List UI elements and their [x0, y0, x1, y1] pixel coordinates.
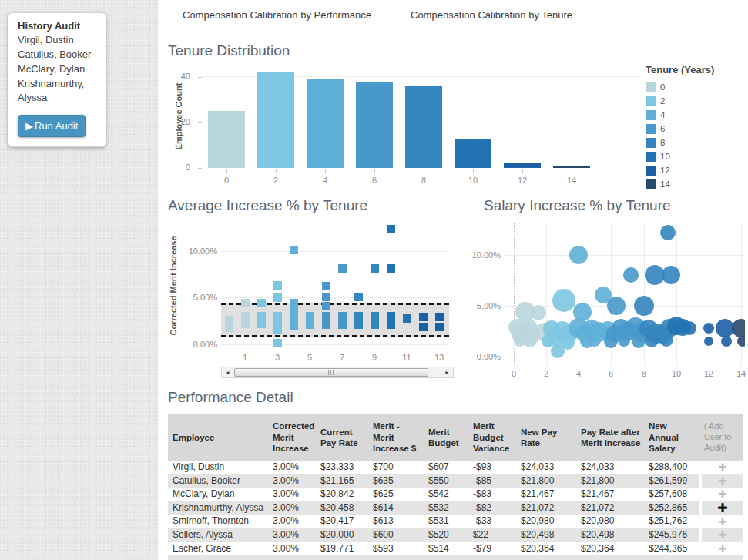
bubble-mark[interactable]	[634, 296, 654, 316]
bubble-mark[interactable]	[721, 336, 732, 347]
table-row[interactable]: Sellers, Alyssa3.00%$20,000$600$520$22$2…	[168, 528, 743, 542]
run-audit-button[interactable]: ▶Run Audit	[18, 115, 86, 137]
square-mark[interactable]	[273, 326, 282, 334]
add-to-audit-button[interactable]: ✚	[699, 488, 743, 501]
square-mark[interactable]	[290, 321, 298, 330]
bubble-mark[interactable]	[660, 225, 676, 240]
square-mark[interactable]	[371, 312, 379, 320]
add-to-audit-button[interactable]: ✚	[699, 501, 743, 515]
legend-item-12[interactable]: 12	[646, 163, 714, 177]
square-mark[interactable]	[354, 293, 363, 301]
square-mark[interactable]	[435, 313, 444, 321]
scroll-right-icon[interactable]: ►	[441, 367, 453, 377]
square-mark[interactable]	[322, 293, 330, 301]
add-to-audit-button[interactable]: ✚	[699, 515, 743, 528]
square-mark[interactable]	[322, 312, 330, 320]
square-mark[interactable]	[306, 312, 314, 320]
table-row[interactable]: Smirnoff, Thornton3.00%$20,417$613$531-$…	[168, 515, 743, 528]
bubble-mark[interactable]	[524, 335, 536, 347]
table-cell: $514	[424, 542, 468, 556]
add-to-audit-button[interactable]: ✚	[699, 461, 743, 474]
table-cell: $20,364	[576, 542, 644, 556]
legend-item-10[interactable]: 10	[646, 149, 714, 163]
table-row[interactable]: Krishnamurthy, Alyssa3.00%$20,458$614$53…	[168, 501, 743, 515]
scrollbar-thumb[interactable]	[234, 368, 428, 377]
square-mark[interactable]	[322, 302, 330, 310]
legend-item-6[interactable]: 6	[646, 122, 714, 136]
bubble-mark[interactable]	[569, 246, 588, 264]
square-mark[interactable]	[354, 320, 363, 329]
add-to-audit-button[interactable]: ✚	[699, 528, 743, 542]
square-mark[interactable]	[338, 264, 347, 273]
square-mark[interactable]	[322, 282, 330, 290]
square-mark[interactable]	[290, 313, 298, 321]
square-mark[interactable]	[225, 324, 233, 332]
bar-tenure-12[interactable]	[504, 163, 541, 168]
square-mark[interactable]	[338, 312, 347, 320]
tab-compensation-by-performance[interactable]: Compensation Calibration by Performance	[183, 9, 371, 21]
square-mark[interactable]	[403, 314, 411, 323]
table-row[interactable]: Catullus, Booker3.00%$21,165$635$550-$85…	[168, 474, 743, 488]
bubble-mark[interactable]	[703, 323, 714, 334]
bubble-mark[interactable]	[737, 336, 745, 347]
square-mark[interactable]	[338, 320, 347, 329]
bubble-mark[interactable]	[604, 334, 618, 348]
square-mark[interactable]	[371, 320, 379, 329]
bubble-mark[interactable]	[552, 289, 575, 312]
legend-item-8[interactable]: 8	[646, 136, 714, 149]
legend-item-4[interactable]: 4	[646, 108, 714, 122]
square-mark[interactable]	[257, 320, 266, 328]
bar-tenure-8[interactable]	[405, 86, 442, 168]
bubble-mark[interactable]	[683, 321, 696, 335]
square-mark[interactable]	[387, 320, 395, 329]
add-to-audit-button[interactable]: ✚	[699, 474, 743, 488]
horizontal-scrollbar[interactable]: ◄ ►	[221, 367, 454, 378]
bubble-mark[interactable]	[623, 267, 639, 283]
square-mark[interactable]	[273, 339, 282, 347]
bubble-mark[interactable]	[589, 334, 601, 347]
bubble-mark[interactable]	[704, 337, 713, 346]
square-mark[interactable]	[322, 320, 330, 329]
bubble-mark[interactable]	[659, 333, 673, 347]
bar-tenure-6[interactable]	[356, 82, 393, 168]
bar-tenure-14[interactable]	[553, 166, 590, 168]
square-mark[interactable]	[241, 299, 250, 307]
legend-item-2[interactable]: 2	[646, 94, 714, 108]
square-mark[interactable]	[371, 264, 379, 273]
legend-label: 10	[660, 152, 670, 161]
add-to-audit-button[interactable]: ✚	[699, 542, 743, 556]
square-mark[interactable]	[387, 312, 395, 320]
square-mark[interactable]	[387, 225, 395, 233]
square-mark[interactable]	[257, 299, 266, 307]
table-row[interactable]: Virgil, Dustin3.00%$23,333$700$607-$93$2…	[168, 461, 743, 474]
bubble-mark[interactable]	[531, 305, 546, 320]
legend-item-0[interactable]: 0	[646, 80, 714, 94]
bubble-mark[interactable]	[618, 334, 630, 347]
legend-item-14[interactable]: 14	[646, 177, 714, 191]
square-mark[interactable]	[273, 281, 282, 290]
square-xtick: 3	[266, 353, 289, 362]
square-mark[interactable]	[435, 323, 444, 331]
tab-compensation-by-tenure[interactable]: Compensation Calibration by Tenure	[411, 9, 572, 21]
bubble-mark[interactable]	[561, 336, 575, 350]
bar-tenure-0[interactable]	[208, 111, 245, 168]
square-mark[interactable]	[241, 320, 250, 328]
bubble-mark[interactable]	[607, 297, 626, 315]
bar-tenure-2[interactable]	[257, 72, 294, 168]
bubble-mark[interactable]	[732, 319, 745, 337]
bar-tenure-4[interactable]	[307, 79, 344, 168]
bubble-mark[interactable]	[662, 266, 680, 284]
table-row[interactable]: Escher, Grace3.00%$19,771$593$514-$79$20…	[168, 542, 743, 556]
employee-cell: Catullus, Booker	[168, 474, 268, 488]
square-mark[interactable]	[290, 246, 298, 254]
table-row[interactable]: McClary, Dylan3.00%$20,842$625$542-$83$2…	[168, 488, 743, 501]
square-mark[interactable]	[273, 293, 282, 302]
square-mark[interactable]	[419, 323, 428, 331]
square-mark[interactable]	[387, 264, 395, 273]
bar-tenure-10[interactable]	[455, 139, 491, 168]
square-mark[interactable]	[419, 313, 428, 321]
square-mark[interactable]	[354, 312, 363, 320]
table-cell: $520	[424, 528, 468, 542]
scroll-left-icon[interactable]: ◄	[222, 367, 233, 377]
square-mark[interactable]	[306, 320, 314, 329]
